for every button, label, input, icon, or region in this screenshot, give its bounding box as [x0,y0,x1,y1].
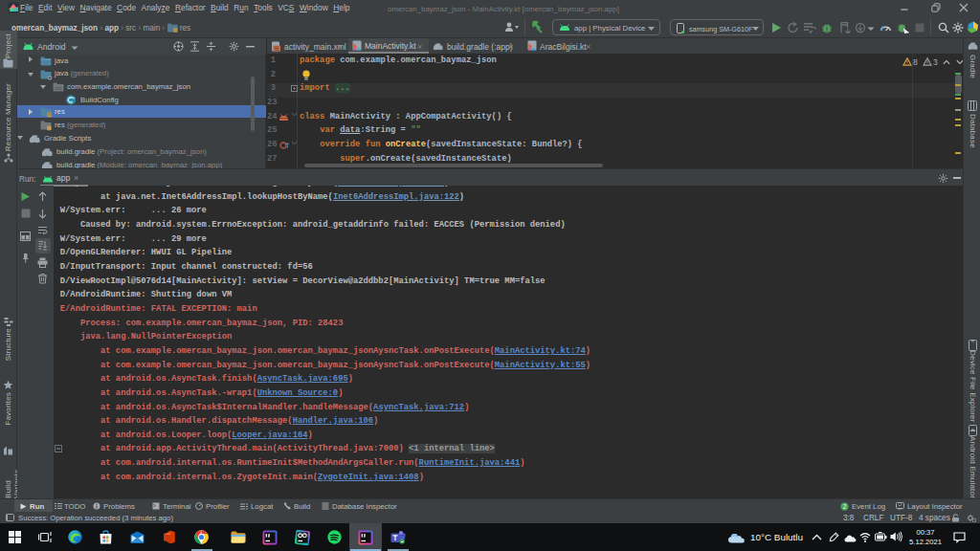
svg-text:2: 2 [843,502,847,509]
